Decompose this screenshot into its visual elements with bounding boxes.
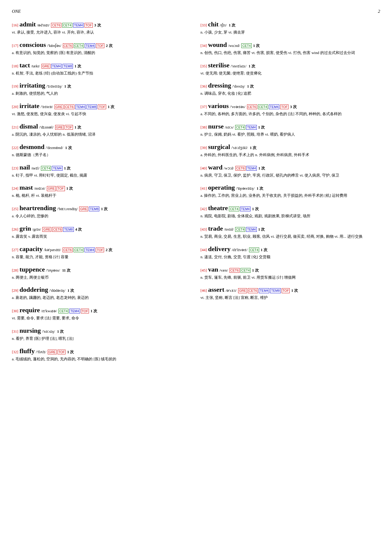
- word-number: [23]: [12, 165, 18, 171]
- word-phonetic: /treɪd/: [224, 226, 234, 232]
- word-tag: TEM4: [73, 23, 84, 28]
- word-tag: CET6: [63, 248, 73, 252]
- left-column: [16]admit/əd'mɪt/CET6CET4TEM4TOF3 次vt. 承…: [12, 19, 192, 367]
- word-count: 1 次: [74, 63, 81, 69]
- word-count: 1 次: [248, 63, 255, 69]
- word-count: 1 次: [64, 83, 71, 89]
- word-line: [29]doddering/'dɒdərɪŋ/1 次: [12, 285, 192, 294]
- word-line: [39]surgical/'sɜːdʒɪkl/1 次: [200, 142, 380, 152]
- word-tag: CET6: [248, 288, 258, 293]
- word-entry: [37]various/'veərɪəs/CET6CET4TEM4TOF3 次a…: [200, 101, 380, 117]
- word-tag: TEM8: [89, 207, 99, 211]
- word-tag: CET4: [229, 207, 239, 211]
- word-phonetic: /'dezmɒnd/: [46, 145, 63, 151]
- word-line: [34]wound/wuːnd/CET41 次: [200, 40, 380, 50]
- word-line: [18]tact/tækt/GRETEM4TEM81 次: [12, 60, 192, 70]
- word-definition: n. 机智, 手法, 老练 [经] (自动加工线的) 生产节拍: [12, 70, 192, 77]
- word-line: [36]dressing/'dresɪŋ/1 次: [200, 80, 380, 90]
- word-tag: GRE: [238, 288, 247, 293]
- word-phonetic: /wuːnd/: [228, 43, 240, 49]
- word-number: [22]: [12, 145, 18, 151]
- word-main: nurse: [208, 121, 224, 131]
- word-number: [18]: [12, 63, 18, 69]
- word-definition: n. 调味品, 穿衣, 化妆 [化] 追肥: [200, 91, 380, 97]
- word-tag: TEM4: [52, 166, 62, 171]
- word-entry: [39]surgical/'sɜːdʒɪkl/1 次a. 外科的, 外科医生的,…: [200, 142, 380, 158]
- word-definition: a. 令人心碎的, 悲惨的: [12, 213, 192, 219]
- word-main: grin: [20, 223, 31, 233]
- word-tag: TEM4: [85, 248, 95, 252]
- word-main: mast: [20, 183, 33, 192]
- word-number: [44]: [200, 247, 207, 253]
- word-main: chit: [208, 19, 219, 29]
- word-line: [21]dismal/'dɪzməl/GRETOF1 次: [12, 121, 192, 131]
- word-phonetic: /rɪ'kwaɪə/: [41, 308, 57, 314]
- word-count: 11 次: [62, 267, 71, 273]
- word-phonetic: /'flʌfɪ/: [36, 349, 46, 355]
- word-line: [27]capacity/kə'pæsɪtɪ/CET6CET4TEM4TOF2 …: [12, 244, 192, 254]
- header-left: ONE: [12, 9, 21, 14]
- word-entry: [44]delivery/dɪ'lɪvərɪ/CET41 次n. 递送, 交付,…: [200, 244, 380, 260]
- word-number: [35]: [200, 63, 207, 69]
- word-definition: n. 病房, 守卫, 保卫, 保护, 监护, 牢房, 行政区, 锁孔内的榫舌 v…: [200, 172, 380, 179]
- word-number: [38]: [200, 124, 207, 130]
- word-count: 1 次: [258, 226, 265, 232]
- word-main: irritate: [20, 101, 39, 111]
- word-entry: [42]theatreCET4TEM41 次n. 戏院, 电影院, 剧场, 全体…: [200, 203, 380, 219]
- word-count: 2 次: [106, 43, 113, 49]
- word-count: 1 次: [68, 288, 74, 294]
- word-line: [23]nail/neɪl/CET4TEM41 次: [12, 162, 192, 172]
- word-line: [26]grin/grɪn/GRECET6TEM84 次: [12, 223, 192, 233]
- word-number: [43]: [200, 226, 207, 232]
- word-count: 1 次: [57, 329, 64, 334]
- word-definition: n. 货车, 篷车, 先锋, 前驱, 前卫 vt. 用货车搬运 [计] 增值网: [200, 275, 380, 281]
- word-count: 1 次: [258, 165, 265, 171]
- word-tag: TEM8: [87, 104, 97, 109]
- word-entry: [41]operating/'ɒpəreɪtɪŋ/1 次a. 操作的, 工作的,…: [200, 183, 380, 199]
- word-line: [19]irritating/'ɪrɪteɪtɪŋ/1 次: [12, 80, 192, 90]
- word-line: [28]tuppence/'tʌpəns/11 次: [12, 264, 192, 274]
- word-number: [45]: [200, 267, 207, 273]
- word-phonetic: /'kɒnʃəs/: [47, 43, 61, 49]
- word-phonetic: /'hɑːt.rendɪŋ/: [57, 206, 78, 212]
- word-main: heartrending: [20, 203, 56, 213]
- word-entry: [23]nail/neɪl/CET4TEM41 次n. 钉子, 指甲 vt. 用…: [12, 162, 192, 179]
- word-definition: n. 贸易, 商业, 交易, 生意, 职业, 顾客, 信风 vi. 进行交易, …: [200, 234, 380, 240]
- word-number: [31]: [12, 329, 18, 334]
- word-line: [35]sterilise/'sterɪlaɪz/1 次: [200, 60, 380, 70]
- word-main: dressing: [208, 80, 231, 90]
- word-count: 3 次: [94, 22, 101, 28]
- word-main: doddering: [20, 285, 48, 294]
- word-tag: TOF: [81, 309, 89, 313]
- word-tag: TOF: [85, 23, 93, 28]
- word-definition: n. 两便士, 两便士银币: [12, 275, 192, 281]
- word-main: require: [20, 305, 40, 315]
- word-tag: CET4: [241, 43, 251, 48]
- word-line: [43]trade/treɪd/CET4TEM41 次: [200, 223, 380, 233]
- word-entry: [34]wound/wuːnd/CET41 次n. 创伤, 伤口, 伤疤, 伤害…: [200, 40, 380, 56]
- word-number: [17]: [12, 43, 18, 49]
- word-count: 1 次: [252, 206, 259, 212]
- word-tag: CET4: [258, 104, 268, 109]
- word-phonetic: /'dɒdərɪŋ/: [49, 288, 65, 294]
- word-tag: TEM4: [75, 104, 86, 109]
- word-tag: TEM8: [63, 227, 74, 232]
- word-definition: n. 桅, 桅杆, 杆 vt. 装桅杆于: [12, 193, 192, 199]
- word-definition: a. 不同的, 各种的, 多方面的, 许多的, 个别的, 杂色的 [法] 不同的…: [200, 111, 380, 117]
- word-entry: [38]nurse/nɜːs/CET4TEM41 次n. 护士, 保姆, 奶妈 …: [200, 121, 380, 138]
- word-number: [25]: [12, 206, 18, 212]
- word-main: surgical: [208, 142, 230, 152]
- word-tag: CET6: [230, 268, 240, 273]
- word-tag: TOF: [96, 248, 104, 252]
- word-phonetic: /tʃɪt/: [220, 22, 227, 28]
- word-tag: TEM4: [246, 166, 257, 171]
- word-tag: GRE: [55, 104, 63, 109]
- word-tag: CET4: [249, 248, 259, 252]
- word-entry: [46]assert/ə'sɜːt/GRECET6TEM4TEM8TOF1 次v…: [200, 285, 380, 301]
- word-tag: TEM4: [240, 207, 251, 211]
- word-phonetic: /grɪn/: [32, 226, 41, 232]
- word-entry: [43]trade/treɪd/CET4TEM41 次n. 贸易, 商业, 交易…: [200, 223, 380, 240]
- word-entry: [40]ward/wɔːd/CET6TEM41 次n. 病房, 守卫, 保卫, …: [200, 162, 380, 179]
- word-definition: n. 钉子, 指甲 vt. 用钉钉牢, 使固定, 截住, 揭露: [12, 172, 192, 179]
- word-number: [40]: [200, 165, 207, 171]
